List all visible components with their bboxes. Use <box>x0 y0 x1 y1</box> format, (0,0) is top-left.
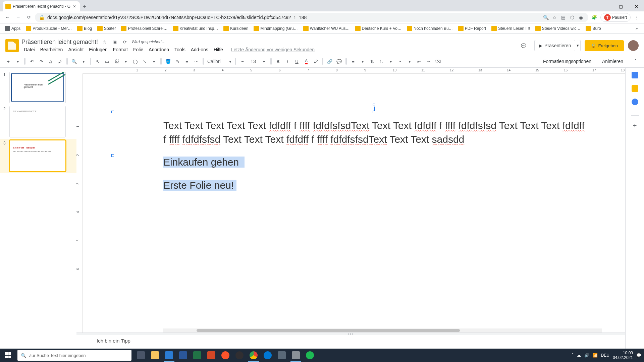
bookmark-item[interactable]: Steuern Lesen !!!! <box>489 25 532 32</box>
menu-datei[interactable]: Datei <box>21 46 37 53</box>
bookmark-item[interactable]: Steuern Videos wic… <box>533 25 583 32</box>
minimize-icon[interactable]: — <box>598 1 613 11</box>
resize-handle[interactable] <box>373 111 375 113</box>
bulleted-list-icon[interactable]: • <box>396 57 405 66</box>
close-tab-icon[interactable]: × <box>72 4 76 8</box>
comments-icon[interactable]: 💬 <box>517 39 530 52</box>
brave-icon[interactable] <box>219 349 232 362</box>
language-indicator[interactable]: DEU <box>601 353 609 358</box>
maximize-icon[interactable]: ▢ <box>613 1 629 11</box>
font-size-decrease[interactable]: − <box>238 57 247 66</box>
indent-increase-icon[interactable]: ⇥ <box>424 57 433 66</box>
menu-folie[interactable]: Folie <box>131 46 146 53</box>
bookmark-star-icon[interactable]: ☆ <box>551 14 558 21</box>
reader-icon[interactable]: ▤ <box>560 14 567 21</box>
last-edit-link[interactable]: Letzte Änderung vor wenigen Sekunden <box>229 46 317 53</box>
taskbar-search[interactable]: 🔍 Zur Suche Text hier eingeben <box>17 350 131 361</box>
bookmark-item[interactable]: Blog <box>75 25 94 32</box>
bulleted-dropdown[interactable]: ▾ <box>405 57 414 66</box>
edge-icon[interactable] <box>162 349 176 362</box>
bookmark-item[interactable]: PDF Report <box>456 25 488 32</box>
explorer-icon[interactable] <box>148 349 162 362</box>
text-color-icon[interactable]: A <box>302 57 311 66</box>
paragraph-3[interactable]: Erste Folie neu! <box>163 179 585 192</box>
obs-icon[interactable] <box>233 349 246 362</box>
bookmark-item[interactable]: Deutsche Kurs + Vo… <box>353 25 404 32</box>
bookmark-overflow-icon[interactable]: » <box>632 24 641 33</box>
border-weight-icon[interactable]: ≡ <box>182 57 191 66</box>
thumbnail-1[interactable]: Präsentieren leicht gemacht! <box>9 72 66 103</box>
insert-link-icon[interactable]: 🔗 <box>325 57 334 66</box>
menu-hilfe[interactable]: Hilfe <box>211 46 225 53</box>
ruler-vertical[interactable]: 1 2 3 4 5 6 <box>76 74 83 333</box>
powerpoint-icon[interactable] <box>205 349 218 362</box>
thumbnail-3[interactable]: Erste Folie - Beispiel Text Text Text fd… <box>9 140 66 172</box>
menu-ansicht[interactable]: Ansicht <box>66 46 86 53</box>
bookmark-item[interactable]: Mindmapping (Gru… <box>252 25 300 32</box>
url-bar[interactable]: 🔒 docs.google.com/presentation/d/1yV372S… <box>35 13 588 22</box>
numbered-dropdown[interactable]: ▾ <box>386 57 395 66</box>
font-size-increase[interactable]: + <box>260 57 268 66</box>
task-view-icon[interactable] <box>134 349 148 362</box>
doc-title[interactable]: Präsentieren leicht gemacht! <box>21 39 98 46</box>
image-dropdown[interactable]: ▾ <box>121 57 130 66</box>
new-slide-button[interactable]: + <box>4 57 13 66</box>
shape-tool-icon[interactable]: ◯ <box>131 57 140 66</box>
app-icon[interactable] <box>275 349 288 362</box>
chrome-icon[interactable] <box>247 349 260 362</box>
star-icon[interactable]: ☆ <box>101 39 108 45</box>
word-icon[interactable] <box>176 349 190 362</box>
app2-icon[interactable] <box>289 349 303 362</box>
slide-canvas[interactable]: Text Text Text Text Text fdfdff f ffff f… <box>83 74 625 333</box>
chrome-menu-icon[interactable]: ⋮ <box>632 13 641 22</box>
clock[interactable]: 10:09 04.02.2021 <box>613 351 633 360</box>
keep-icon[interactable] <box>632 85 638 92</box>
thumbnail-2[interactable]: SZHWERPUNKTE <box>9 106 66 137</box>
ext2-icon[interactable]: ◉ <box>578 14 584 21</box>
slides-logo-icon[interactable] <box>5 39 19 52</box>
scrollbar-horizontal[interactable] <box>163 328 602 333</box>
bold-icon[interactable]: B <box>274 57 282 66</box>
tray-chevron-icon[interactable]: ˆ <box>572 353 574 358</box>
menu-anordnen[interactable]: Anordnen <box>146 46 171 53</box>
redo-icon[interactable]: ↷ <box>37 57 46 66</box>
menu-format[interactable]: Format <box>111 46 130 53</box>
align-icon[interactable]: ≡ <box>349 57 358 66</box>
new-tab-button[interactable]: + <box>80 2 89 11</box>
back-icon[interactable]: ← <box>3 13 12 22</box>
italic-icon[interactable]: I <box>283 57 292 66</box>
present-button[interactable]: ▶ Präsentieren <box>534 40 575 51</box>
menu-einfuegen[interactable]: Einfügen <box>87 46 110 53</box>
collapse-toolbar-icon[interactable]: ˆ <box>631 57 640 66</box>
animate-link[interactable]: Animieren <box>599 59 626 64</box>
notifications-icon[interactable]: 💬 <box>636 353 641 358</box>
bookmark-item[interactable]: Büro <box>584 25 603 32</box>
print-icon[interactable]: 🖨 <box>46 57 55 66</box>
highlight-icon[interactable]: 🖍 <box>311 57 320 66</box>
rotate-handle[interactable] <box>373 104 375 106</box>
share-button[interactable]: 🔒 Freigeben <box>585 40 624 51</box>
ruler-horizontal[interactable]: 1 2 3 4 5 6 7 8 9 10 11 12 13 14 15 16 1… <box>83 68 625 74</box>
textbox-selected[interactable]: Text Text Text Text Text fdfdff f ffff f… <box>113 112 625 199</box>
spotify-icon[interactable] <box>303 349 317 362</box>
browser-tab[interactable]: Präsentieren leicht gemacht! - G × <box>3 1 80 11</box>
bookmark-item[interactable]: Kreativität und Insp… <box>171 25 220 32</box>
bookmark-item[interactable]: Noch hochladen Bu… <box>405 25 455 32</box>
line-dropdown[interactable]: ▾ <box>150 57 158 66</box>
paint-format-icon[interactable]: 🖌 <box>56 57 64 66</box>
present-dropdown[interactable]: ▾ <box>575 40 581 51</box>
paragraph-1[interactable]: Text Text Text Text Text fdfdff f ffff f… <box>163 119 585 146</box>
zoom-icon[interactable]: 🔍 <box>70 57 78 66</box>
image-tool-icon[interactable]: 🖼 <box>112 57 121 66</box>
border-color-icon[interactable]: ✎ <box>173 57 182 66</box>
menu-tools[interactable]: Tools <box>172 46 188 53</box>
excel-icon[interactable] <box>191 349 204 362</box>
font-size-input[interactable]: 13 <box>248 59 258 64</box>
volume-icon[interactable]: 🔊 <box>584 353 589 358</box>
menu-addons[interactable]: Add-ons <box>189 46 211 53</box>
insert-comment-icon[interactable]: 💬 <box>335 57 343 66</box>
add-panel-icon[interactable]: + <box>632 122 638 129</box>
format-options-link[interactable]: Formatierungsoptionen <box>540 59 594 64</box>
speaker-notes[interactable]: Ich bin ein Tipp <box>76 335 625 349</box>
reload-icon[interactable]: ⟳ <box>24 13 34 22</box>
